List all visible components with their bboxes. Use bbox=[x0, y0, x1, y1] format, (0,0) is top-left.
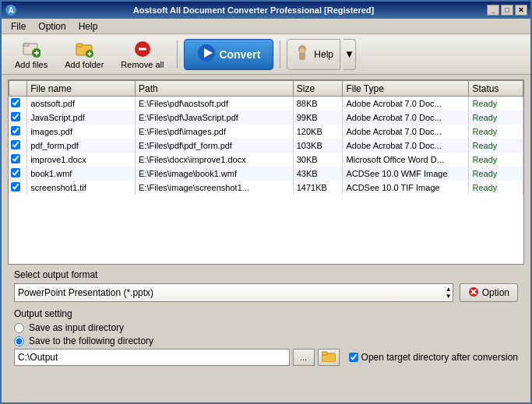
row-status: Ready bbox=[469, 167, 523, 181]
row-size: 103KB bbox=[293, 139, 343, 153]
svg-rect-23 bbox=[322, 352, 327, 355]
remove-all-button[interactable]: Remove all bbox=[114, 37, 171, 72]
output-setting-label: Output setting bbox=[14, 308, 518, 319]
radio-save-to-dir: Save to the following directory bbox=[14, 335, 518, 346]
open-dir-checkbox[interactable] bbox=[349, 353, 358, 362]
row-size: 88KB bbox=[293, 97, 343, 111]
radio-save-to-dir-btn[interactable] bbox=[14, 336, 24, 346]
chevron-down-icon: ▼ bbox=[344, 48, 354, 60]
radio-save-to-dir-label: Save to the following directory bbox=[29, 335, 153, 346]
open-dir-after-label: Open target directory after conversion bbox=[349, 352, 518, 363]
row-checkbox[interactable] bbox=[11, 112, 20, 121]
row-path: E:\Files\pdf\aostsoft.pdf bbox=[136, 97, 294, 111]
row-checkbox-cell bbox=[9, 153, 27, 167]
col-header-checkbox bbox=[9, 81, 27, 97]
table-row: JavaScript.pdf E:\Files\pdf\JavaScript.p… bbox=[9, 111, 523, 125]
row-filetype: Adobe Acrobat 7.0 Doc... bbox=[343, 111, 469, 125]
window-controls: _ □ ✕ bbox=[487, 5, 527, 16]
col-header-filename: File name bbox=[27, 81, 136, 97]
row-path: E:\Files\image\book1.wmf bbox=[136, 167, 294, 181]
row-checkbox[interactable] bbox=[11, 182, 20, 191]
browse-folder-button[interactable] bbox=[318, 349, 340, 366]
radio-save-as-input-btn[interactable] bbox=[14, 323, 24, 333]
toolbar-separator-2 bbox=[280, 40, 280, 69]
menu-bar: File Option Help bbox=[2, 19, 530, 34]
add-folder-button[interactable]: Add folder bbox=[58, 37, 111, 72]
help-label: Help bbox=[314, 49, 333, 60]
radio-save-as-input: Save as input directory bbox=[14, 322, 518, 333]
minimize-button[interactable]: _ bbox=[487, 5, 499, 16]
col-header-filetype: File Type bbox=[343, 81, 469, 97]
remove-all-icon bbox=[133, 40, 152, 58]
table-header-row: File name Path Size File Type Status bbox=[9, 81, 523, 97]
browse-folder-icon bbox=[322, 351, 336, 364]
row-path: E:\Files\docx\improve1.docx bbox=[136, 153, 294, 167]
row-checkbox[interactable] bbox=[11, 140, 20, 149]
row-checkbox-cell bbox=[9, 125, 27, 139]
row-size: 99KB bbox=[293, 111, 343, 125]
row-checkbox[interactable] bbox=[11, 154, 20, 163]
row-size: 30KB bbox=[293, 153, 343, 167]
browse-dots-button[interactable]: ... bbox=[293, 349, 315, 366]
row-filename: JavaScript.pdf bbox=[27, 111, 136, 125]
convert-button[interactable]: Convert bbox=[184, 39, 273, 70]
option-label: Option bbox=[482, 287, 509, 298]
file-table-body: aostsoft.pdf E:\Files\pdf\aostsoft.pdf 8… bbox=[9, 97, 523, 195]
col-header-size: Size bbox=[293, 81, 343, 97]
help-icon bbox=[294, 44, 311, 64]
toolbar: Add files Add folder Remo bbox=[2, 34, 530, 75]
table-row: book1.wmf E:\Files\image\book1.wmf 43KB … bbox=[9, 167, 523, 181]
row-checkbox-cell bbox=[9, 111, 27, 125]
menu-help[interactable]: Help bbox=[72, 19, 104, 33]
help-dropdown-button[interactable]: ▼ bbox=[344, 39, 356, 70]
help-button[interactable]: Help bbox=[287, 39, 340, 70]
row-filetype: Adobe Acrobat 7.0 Doc... bbox=[343, 97, 469, 111]
close-button[interactable]: ✕ bbox=[515, 5, 527, 16]
row-filetype: ACDSee 10.0 WMF Image bbox=[343, 167, 469, 181]
output-dir-input[interactable] bbox=[14, 349, 290, 366]
remove-all-label: Remove all bbox=[121, 60, 164, 69]
maximize-button[interactable]: □ bbox=[501, 5, 513, 16]
col-header-status: Status bbox=[469, 81, 523, 97]
radio-save-as-input-label: Save as input directory bbox=[29, 322, 124, 333]
svg-text:A: A bbox=[8, 6, 13, 15]
row-checkbox[interactable] bbox=[11, 126, 20, 135]
row-filename: aostsoft.pdf bbox=[27, 97, 136, 111]
menu-file[interactable]: File bbox=[5, 19, 32, 33]
option-button[interactable]: Option bbox=[460, 283, 518, 302]
row-status: Ready bbox=[469, 111, 523, 125]
row-status: Ready bbox=[469, 181, 523, 195]
table-row: aostsoft.pdf E:\Files\pdf\aostsoft.pdf 8… bbox=[9, 97, 523, 111]
format-select[interactable]: PowerPoint Presentation (*.pptx)Word Doc… bbox=[14, 283, 453, 302]
row-checkbox-cell bbox=[9, 139, 27, 153]
title-bar: A Aostsoft All Document Converter Profes… bbox=[2, 2, 530, 19]
menu-option[interactable]: Option bbox=[32, 19, 72, 33]
window-title: Aostsoft All Document Converter Professi… bbox=[20, 5, 487, 15]
row-status: Ready bbox=[469, 97, 523, 111]
row-checkbox-cell bbox=[9, 97, 27, 111]
open-dir-label-text: Open target directory after conversion bbox=[361, 352, 518, 363]
main-window: A Aostsoft All Document Converter Profes… bbox=[0, 0, 532, 404]
row-size: 1471KB bbox=[293, 181, 343, 195]
row-size: 43KB bbox=[293, 167, 343, 181]
toolbar-separator bbox=[177, 40, 178, 69]
output-format-section: Select output format PowerPoint Presenta… bbox=[8, 265, 524, 366]
row-filetype: Adobe Acrobat 7.0 Doc... bbox=[343, 139, 469, 153]
row-filename: images.pdf bbox=[27, 125, 136, 139]
table-row: improve1.docx E:\Files\docx\improve1.doc… bbox=[9, 153, 523, 167]
svg-rect-8 bbox=[76, 44, 83, 47]
svg-point-18 bbox=[300, 48, 305, 53]
row-checkbox[interactable] bbox=[11, 98, 20, 107]
table-row: pdf_form.pdf E:\Files\pdf\pdf_form.pdf 1… bbox=[9, 139, 523, 153]
row-path: E:\Files\pdf\JavaScript.pdf bbox=[136, 111, 294, 125]
app-icon: A bbox=[5, 4, 17, 16]
row-filetype: Adobe Acrobat 7.0 Doc... bbox=[343, 125, 469, 139]
file-table: File name Path Size File Type Status aos… bbox=[9, 80, 523, 195]
row-checkbox[interactable] bbox=[11, 168, 20, 177]
row-size: 120KB bbox=[293, 125, 343, 139]
row-filetype: ACDSee 10.0 TIF Image bbox=[343, 181, 469, 195]
convert-icon bbox=[197, 44, 216, 65]
output-setting-section: Output setting Save as input directory S… bbox=[14, 308, 518, 366]
convert-label: Convert bbox=[219, 48, 260, 61]
add-files-button[interactable]: Add files bbox=[8, 37, 55, 72]
